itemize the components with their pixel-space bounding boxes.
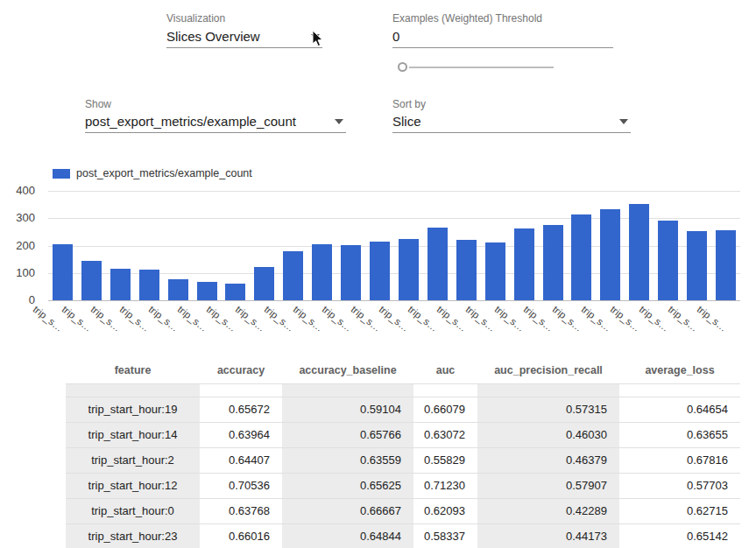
bar	[716, 230, 736, 300]
y-axis: 0100200300400	[0, 191, 42, 300]
filter-row	[66, 383, 740, 397]
column-header[interactable]: accuracy	[200, 357, 282, 383]
filter-cell	[413, 383, 477, 397]
x-tick-label: trip_s…	[262, 304, 296, 334]
filter-cell	[66, 383, 200, 397]
bar	[687, 231, 707, 300]
metric-cell: 0.62715	[619, 498, 740, 523]
show-select[interactable]: post_export_metrics/example_count	[85, 110, 346, 133]
x-tick-label: trip_s…	[233, 304, 267, 334]
bar	[168, 279, 188, 300]
metric-cell: 0.64654	[619, 397, 740, 422]
dropdown-arrow-icon[interactable]	[619, 119, 628, 124]
bar	[110, 269, 131, 300]
x-tick-label: trip_s…	[551, 304, 585, 334]
chart-legend: post_export_metrics/example_count	[53, 167, 252, 179]
x-tick-label: trip_s…	[147, 304, 181, 334]
x-tick-label: trip_s…	[176, 304, 210, 334]
bar	[658, 221, 678, 300]
metric-cell: 0.59104	[282, 397, 413, 422]
y-tick-label: 100	[16, 266, 35, 279]
bar	[81, 261, 102, 300]
gridline	[48, 191, 740, 192]
metric-cell: 0.58337	[413, 523, 477, 548]
x-tick-label: trip_s…	[406, 304, 441, 334]
bar	[197, 282, 217, 300]
slider-thumb-icon[interactable]	[398, 62, 407, 72]
column-header[interactable]: feature	[66, 357, 200, 383]
x-tick-label: trip_s…	[60, 304, 95, 334]
metric-cell: 0.65766	[282, 422, 413, 447]
dropdown-arrow-icon[interactable]	[335, 119, 343, 124]
bar	[427, 228, 448, 300]
bar	[53, 244, 73, 300]
x-axis: trip_s…trip_s…trip_s…trip_s…trip_s…trip_…	[48, 302, 740, 346]
y-tick-label: 400	[16, 184, 35, 197]
visualization-select[interactable]: Slices Overview	[166, 25, 322, 48]
y-tick-label: 300	[16, 211, 35, 224]
feature-cell: trip_start_hour:23	[66, 523, 200, 548]
x-tick-label: trip_s…	[320, 304, 354, 334]
table-row: trip_start_hour:190.656720.591040.660790…	[66, 397, 740, 422]
metric-cell: 0.64407	[200, 447, 282, 473]
x-tick-label: trip_s…	[522, 304, 556, 334]
metrics-table: featureaccuracyaccuracy_baselineaucauc_p…	[66, 357, 740, 548]
threshold-label: Examples (Weighted) Threshold	[392, 12, 542, 25]
column-header[interactable]: accuracy_baseline	[282, 357, 413, 383]
bar	[543, 225, 563, 300]
column-header[interactable]: auc_precision_recall	[477, 357, 619, 383]
metric-cell: 0.44173	[477, 523, 619, 548]
x-tick-label: trip_s…	[464, 304, 498, 334]
sort-by-value: Slice	[392, 114, 421, 129]
slices-overview-page: Visualization Slices Overview Examples (…	[0, 0, 756, 548]
x-tick-label: trip_s…	[291, 304, 325, 334]
column-header[interactable]: average_loss	[619, 357, 740, 383]
table-row: trip_start_hour:20.644070.635590.558290.…	[66, 447, 740, 473]
x-tick-label: trip_s…	[349, 304, 383, 334]
y-tick-label: 0	[29, 293, 35, 306]
column-header[interactable]: auc	[413, 357, 477, 383]
gridline	[48, 300, 740, 301]
bar-chart	[48, 191, 740, 300]
show-value: post_export_metrics/example_count	[85, 114, 296, 129]
threshold-input[interactable]	[392, 25, 613, 47]
bar	[485, 242, 505, 300]
metric-cell: 0.62093	[413, 498, 477, 523]
x-tick-label: trip_s…	[579, 304, 613, 334]
metric-cell: 0.65672	[200, 397, 282, 422]
metric-cell: 0.57315	[477, 397, 619, 422]
x-tick-label: trip_s…	[205, 304, 239, 334]
feature-cell: trip_start_hour:12	[66, 473, 200, 498]
table-body: trip_start_hour:190.656720.591040.660790…	[66, 397, 740, 548]
bar	[456, 240, 477, 300]
sort-by-label: Sort by	[392, 98, 426, 110]
table-row: trip_start_hour:230.660160.648440.583370…	[66, 523, 740, 548]
dropdown-arrow-icon[interactable]	[311, 34, 320, 39]
bar	[254, 267, 274, 300]
metric-cell: 0.65142	[619, 523, 740, 548]
bar	[600, 209, 620, 300]
x-tick-label: trip_s…	[118, 304, 152, 334]
x-tick-label: trip_s…	[666, 304, 700, 334]
metric-cell: 0.46030	[477, 422, 619, 447]
filter-cell	[477, 383, 619, 397]
x-tick-label: trip_s…	[32, 304, 66, 334]
filter-cell	[200, 383, 282, 397]
legend-swatch	[53, 169, 70, 179]
x-tick-label: trip_s…	[89, 304, 124, 334]
legend-label: post_export_metrics/example_count	[76, 167, 252, 179]
bar	[571, 214, 591, 300]
bar	[312, 244, 332, 300]
metric-cell: 0.63072	[413, 422, 477, 447]
sort-by-select[interactable]: Slice	[392, 110, 631, 133]
bar	[370, 242, 390, 300]
metric-cell: 0.70536	[200, 473, 282, 498]
metric-cell: 0.66667	[282, 498, 413, 523]
y-tick-label: 200	[16, 239, 35, 252]
table-row: trip_start_hour:120.705360.656250.712300…	[66, 473, 740, 498]
metric-cell: 0.42289	[477, 498, 619, 523]
feature-cell: trip_start_hour:2	[66, 447, 200, 473]
metric-cell: 0.65625	[282, 473, 413, 498]
filter-cell	[619, 383, 740, 397]
slider-track[interactable]	[409, 67, 554, 68]
